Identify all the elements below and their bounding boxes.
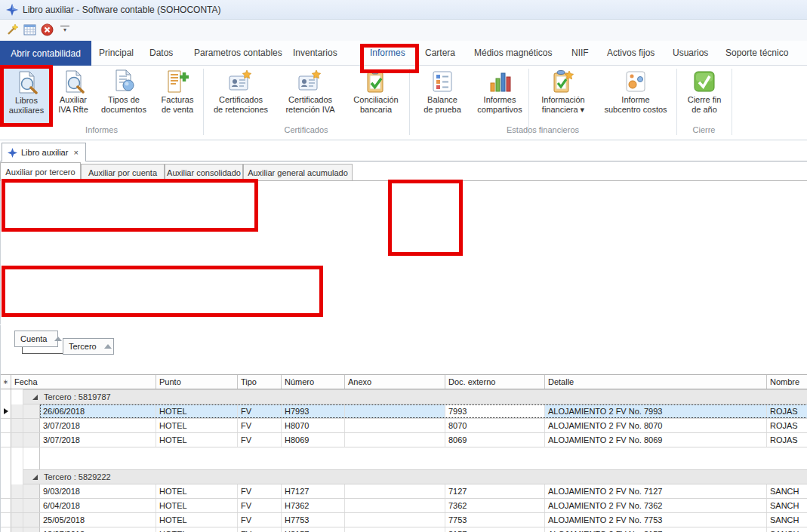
table-row[interactable]: 3/07/2018 HOTEL FV H8069 8069 ALOJAMIENT… <box>1 433 807 447</box>
title-bar: Libro auxiliar - Software contable (SOHO… <box>0 0 807 20</box>
table-row[interactable]: 6/04/2018 HOTEL FV H7362 7362 ALOJAMIENT… <box>1 499 807 513</box>
dots-icon <box>624 68 648 95</box>
ribbon-group-estados-financieros: Estados financieros <box>409 125 676 136</box>
certificados-de-retenciones-button[interactable]: Certificados de retenciones <box>208 68 274 125</box>
informe-subcentro-costos-button[interactable]: Informe subcentro costos <box>598 68 673 125</box>
row-indicator-header: ∗ <box>1 375 11 389</box>
collapse-icon[interactable] <box>32 395 38 400</box>
tab-usuarios[interactable]: Usuarios <box>673 41 708 66</box>
collapse-icon[interactable] <box>32 475 38 480</box>
group-row[interactable]: Tercero : 5829222 <box>1 469 807 484</box>
ledger-grid: ∗ Fecha Punto Tipo Número Anexo Doc. ext… <box>0 374 807 532</box>
conciliacion-bancaria-button[interactable]: Conciliación bancaria <box>346 68 406 125</box>
app-icon <box>6 4 18 16</box>
ribbon-tab-row: Abrir contabilidad Principal Datos Param… <box>0 41 807 66</box>
tab-abrir-contabilidad[interactable]: Abrir contabilidad <box>0 41 91 66</box>
doc-search-icon <box>14 69 39 96</box>
group-connector <box>22 353 63 354</box>
ribbon-group-cierre: Cierre <box>676 125 732 136</box>
tab-parametros-contables[interactable]: Parametros contables <box>194 41 282 66</box>
doc-tab-label: Libro auxiliar <box>21 148 68 157</box>
certificados-retencion-iva-button[interactable]: Certificados retención IVA <box>278 68 343 125</box>
column-header-detalle[interactable]: Detalle <box>545 375 767 389</box>
quick-access-toolbar: ▾ <box>0 20 807 41</box>
facturas-de-venta-button[interactable]: Facturas de venta <box>153 68 202 125</box>
group-by-panel: Cuenta Tercero <box>0 325 807 374</box>
table-row[interactable]: 3/07/2018 HOTEL FV H8070 8070 ALOJAMIENT… <box>1 419 807 433</box>
tab-activos-fijos[interactable]: Activos fijos <box>607 41 655 66</box>
group-gap <box>1 447 807 469</box>
doc-plus-icon <box>165 68 189 95</box>
auxiliar-iva-rfte-button[interactable]: Auxiliar IVA Rfte <box>51 68 96 125</box>
table-icon[interactable] <box>23 23 37 37</box>
subtab-auxiliar-por-tercero[interactable]: Auxiliar por tercero <box>0 162 81 181</box>
clipboard-check-icon <box>364 68 388 95</box>
tab-principal[interactable]: Principal <box>99 41 134 66</box>
cierre-fin-de-ano-button[interactable]: Cierre fin de año <box>679 68 729 125</box>
table-row[interactable]: 13/07/2018 HOTEL FV H8157 8157 ALOJAMIEN… <box>1 527 807 532</box>
group-row-label: Tercero : 5829222 <box>44 472 111 481</box>
column-header-doc-externo[interactable]: Doc. externo <box>445 375 545 389</box>
ribbon: Informes Certificados Estados financiero… <box>0 66 807 140</box>
current-row-icon <box>4 408 8 414</box>
group-separator <box>732 69 732 135</box>
bar-chart-icon <box>488 68 512 95</box>
doc-search-icon <box>61 68 85 95</box>
column-header-anexo[interactable]: Anexo <box>345 375 445 389</box>
grid-header: ∗ Fecha Punto Tipo Número Anexo Doc. ext… <box>1 374 807 389</box>
column-header-numero[interactable]: Número <box>282 375 345 389</box>
group-row[interactable]: Tercero : 5819787 <box>1 389 807 404</box>
informes-compartivos-button[interactable]: Informes compartivos <box>473 68 527 125</box>
table-row[interactable]: 9/03/2018 HOTEL FV H7127 7127 ALOJAMIENT… <box>1 484 807 499</box>
filter-panel: Cuenta inicial ... ALOJAMIENTO Cuenta fi… <box>0 181 807 324</box>
tab-inventarios[interactable]: Inventarios <box>293 41 337 66</box>
column-header-tipo[interactable]: Tipo <box>238 375 282 389</box>
group-chip-cuenta[interactable]: Cuenta <box>14 331 58 347</box>
document-tab-bar: Libro auxiliar × <box>0 142 807 161</box>
green-check-icon <box>692 68 716 95</box>
group-chip-tercero[interactable]: Tercero <box>63 338 114 355</box>
tab-niif[interactable]: NIIF <box>571 41 589 66</box>
balance-de-prueba-button[interactable]: Balance de prueba <box>414 68 471 125</box>
wizard-icon[interactable] <box>5 23 20 37</box>
divider <box>0 161 807 161</box>
tab-soporte-tecnico[interactable]: Soporte técnico <box>725 41 788 66</box>
doc-sphere-icon <box>112 68 136 95</box>
tab-datos[interactable]: Datos <box>149 41 173 66</box>
informacion-financiera-button[interactable]: Información financiera ▾ <box>530 68 596 125</box>
table-row[interactable]: 25/05/2018 HOTEL FV H7753 7753 ALOJAMIEN… <box>1 513 807 527</box>
app-window: Libro auxiliar - Software contable (SOHO… <box>0 0 807 532</box>
tab-medios-magneticos[interactable]: Médios magnéticos <box>474 41 552 66</box>
subtab-auxiliar-general-acumulado[interactable]: Auxiliar general acumulado <box>243 164 353 181</box>
column-header-nombre[interactable]: Nombre <box>767 375 807 389</box>
qat-customize-icon[interactable]: ▾ <box>60 26 69 33</box>
cancel-icon[interactable] <box>40 23 54 37</box>
group-row-label: Tercero : 5819787 <box>44 392 111 401</box>
id-card-star-icon <box>229 68 253 95</box>
doc-tab-close-icon[interactable]: × <box>73 148 78 157</box>
subtab-bar: Auxiliar por tercero Auxiliar por cuenta… <box>0 162 807 181</box>
doc-tab-star-icon <box>8 148 17 158</box>
clipboard-star-icon <box>551 68 575 95</box>
list-icon <box>430 68 454 95</box>
tab-informes[interactable]: Informes <box>370 41 405 66</box>
subtab-auxiliar-consolidado[interactable]: Auxiliar consolidado <box>165 164 243 181</box>
doc-tab-libro-auxiliar[interactable]: Libro auxiliar × <box>2 143 86 161</box>
table-row[interactable]: 26/06/2018 HOTEL FV H7993 7993 ALOJAMIEN… <box>1 404 807 419</box>
column-header-fecha[interactable]: Fecha <box>11 375 156 389</box>
sort-asc-icon <box>54 337 62 341</box>
libros-auxiliares-button[interactable]: Libros auxiliares <box>3 68 50 125</box>
subtab-auxiliar-por-cuenta[interactable]: Auxiliar por cuenta <box>81 164 165 181</box>
tab-cartera[interactable]: Cartera <box>425 41 455 66</box>
column-header-punto[interactable]: Punto <box>156 375 238 389</box>
id-card-star-icon <box>298 68 322 95</box>
tipos-de-documentos-button[interactable]: Tipos de documentos <box>97 68 151 125</box>
ribbon-group-certificados: Certificados <box>203 125 409 136</box>
ribbon-group-informes: Informes <box>0 125 203 136</box>
sort-asc-icon <box>104 344 112 349</box>
window-title: Libro auxiliar - Software contable (SOHO… <box>23 5 221 15</box>
